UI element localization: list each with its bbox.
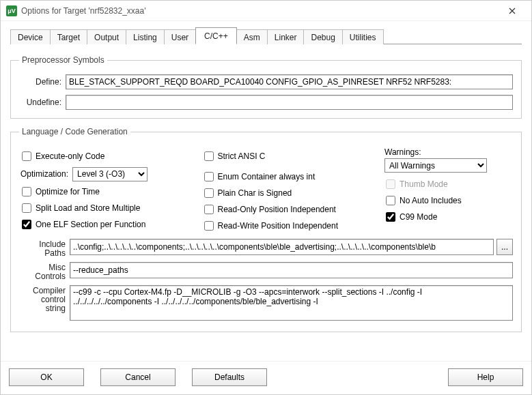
chk-optimize-time-label: Optimize for Time bbox=[36, 187, 100, 196]
misc-controls-label: Misc Controls bbox=[19, 262, 66, 281]
chk-rw-pi[interactable] bbox=[204, 221, 214, 231]
chk-c99-mode-label: C99 Mode bbox=[400, 212, 437, 222]
include-paths-input[interactable] bbox=[70, 239, 494, 255]
define-label: Define: bbox=[19, 77, 61, 87]
dialog-body: Device Target Output Listing User C/C++ … bbox=[1, 21, 531, 361]
include-paths-label: Include Paths bbox=[19, 239, 66, 258]
group-language-legend: Language / Code Generation bbox=[19, 127, 130, 136]
ok-button[interactable]: OK bbox=[9, 368, 84, 386]
chk-thumb-mode bbox=[386, 179, 395, 189]
tab-debug[interactable]: Debug bbox=[303, 29, 342, 44]
close-icon[interactable] bbox=[499, 1, 526, 20]
undefine-input[interactable] bbox=[66, 95, 513, 110]
chk-one-elf-label: One ELF Section per Function bbox=[36, 220, 145, 229]
app-icon: μV bbox=[6, 5, 17, 16]
tab-user[interactable]: User bbox=[164, 29, 196, 44]
window-title: Options for Target 'nrf52832_xxaa' bbox=[21, 6, 499, 16]
dialog-window: μV Options for Target 'nrf52832_xxaa' De… bbox=[0, 0, 532, 395]
tab-c-cpp[interactable]: C/C++ bbox=[195, 27, 237, 44]
chk-strict-ansi-label: Strict ANSI C bbox=[218, 151, 266, 161]
warnings-select[interactable]: All Warnings bbox=[384, 158, 487, 173]
group-preprocessor-legend: Preprocessor Symbols bbox=[19, 55, 107, 65]
chk-split-load[interactable] bbox=[22, 203, 31, 213]
chk-rw-pi-label: Read-Write Position Independent bbox=[218, 221, 339, 231]
undefine-label: Undefine: bbox=[19, 98, 61, 107]
tab-device[interactable]: Device bbox=[10, 29, 51, 44]
help-button[interactable]: Help bbox=[448, 368, 523, 386]
tab-linker[interactable]: Linker bbox=[267, 29, 305, 44]
chk-split-load-label: Split Load and Store Multiple bbox=[36, 203, 140, 213]
compiler-control-label: Compiler control string bbox=[19, 285, 66, 313]
chk-ro-pi[interactable] bbox=[204, 205, 214, 214]
optimization-label: Optimization: bbox=[20, 169, 68, 179]
chk-thumb-mode-label: Thumb Mode bbox=[400, 179, 448, 189]
chk-execute-only-label: Execute-only Code bbox=[36, 151, 104, 161]
compiler-control-string[interactable] bbox=[70, 285, 513, 321]
chk-strict-ansi[interactable] bbox=[204, 151, 214, 161]
defaults-button[interactable]: Defaults bbox=[192, 368, 267, 386]
chk-enum-int[interactable] bbox=[204, 172, 214, 181]
warnings-label: Warnings: bbox=[384, 147, 513, 157]
chk-c99-mode[interactable] bbox=[386, 212, 395, 222]
titlebar[interactable]: μV Options for Target 'nrf52832_xxaa' bbox=[1, 1, 531, 21]
tab-output[interactable]: Output bbox=[87, 29, 126, 44]
chk-plain-char[interactable] bbox=[204, 188, 214, 198]
group-preprocessor: Preprocessor Symbols Define: Undefine: bbox=[10, 55, 522, 119]
chk-plain-char-label: Plain Char is Signed bbox=[218, 188, 292, 198]
chk-no-auto-inc[interactable] bbox=[386, 196, 395, 205]
tab-strip: Device Target Output Listing User C/C++ … bbox=[10, 28, 522, 44]
chk-ro-pi-label: Read-Only Position Independent bbox=[218, 205, 336, 214]
include-paths-browse-button[interactable]: ... bbox=[496, 239, 513, 255]
tab-listing[interactable]: Listing bbox=[126, 29, 165, 44]
lang-col-1: Execute-only Code Optimization: Level 3 … bbox=[19, 146, 188, 236]
tab-target[interactable]: Target bbox=[50, 29, 87, 44]
chk-one-elf[interactable] bbox=[22, 220, 31, 229]
chk-enum-int-label: Enum Container always int bbox=[218, 172, 316, 181]
group-language: Language / Code Generation Execute-only … bbox=[10, 127, 522, 332]
chk-no-auto-inc-label: No Auto Includes bbox=[400, 196, 462, 205]
lang-col-3: Warnings: All Warnings Thumb Mode No Aut… bbox=[383, 146, 513, 236]
tab-asm[interactable]: Asm bbox=[236, 29, 268, 44]
button-row: OK Cancel Defaults Help bbox=[1, 361, 531, 394]
optimization-select[interactable]: Level 3 (-O3) bbox=[72, 167, 148, 181]
define-input[interactable] bbox=[66, 74, 513, 89]
cancel-button[interactable]: Cancel bbox=[100, 368, 176, 386]
lang-col-2: Strict ANSI C Enum Container always int … bbox=[201, 146, 370, 236]
chk-optimize-time[interactable] bbox=[22, 187, 31, 196]
paths-block: Include Paths ... Misc Controls Compiler… bbox=[19, 239, 513, 321]
misc-controls-input[interactable] bbox=[70, 262, 513, 278]
tab-utilities[interactable]: Utilities bbox=[342, 29, 384, 44]
chk-execute-only[interactable] bbox=[22, 151, 31, 161]
